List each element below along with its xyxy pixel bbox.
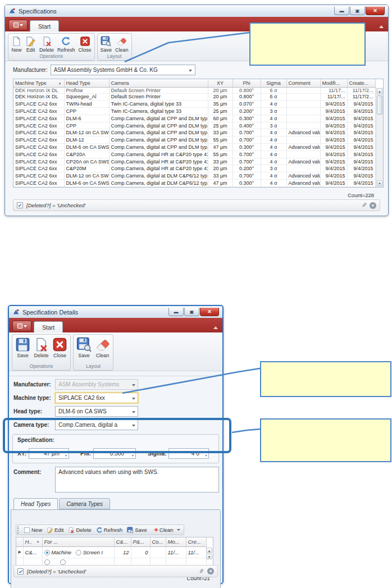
toolbar-overflow-icon[interactable] (176, 526, 181, 534)
column-header-comment[interactable]: Comment (286, 79, 320, 87)
radio-machine[interactable] (44, 550, 50, 555)
scroll-down-icon[interactable]: ▼ (206, 554, 212, 559)
close-grid-button[interactable]: Close (77, 35, 93, 53)
column-header-for[interactable]: For ... (42, 537, 114, 546)
table-row[interactable]: SIPLACE CA2 6xxC&P20AComp.Camera, digita… (13, 151, 375, 158)
table-row[interactable]: SIPLACE CA2 6xxDLM-12 on CA SWSComp.Came… (13, 129, 375, 136)
spinner-arrows-icon[interactable]: ▲▼ (131, 450, 134, 458)
clear-filter-icon[interactable]: × (370, 202, 376, 209)
column-header-machine-type[interactable]: Machine Type▲ (13, 79, 64, 87)
save-layout-button[interactable]: Save (99, 35, 114, 53)
mini-edit-button[interactable]: Edit (45, 527, 65, 534)
radio-screen[interactable] (76, 550, 81, 555)
table-row[interactable]: SIPLACE CA2 6xxDLM-6 on CA SWSComp.Camer… (13, 180, 375, 187)
column-header-created[interactable]: Create... (347, 79, 375, 87)
scroll-up-icon[interactable]: ▲ (206, 548, 212, 553)
table-row[interactable]: SIPLACE CA2 6xxTWIN-headTwin IC-Camera, … (13, 101, 375, 108)
column-header-co[interactable]: Co... (150, 537, 166, 546)
table-row[interactable]: DEK Horizon iX DLSqueegee_AlDefault Scre… (13, 93, 375, 101)
column-header-c[interactable]: C&... (114, 537, 131, 546)
edit-filter-icon[interactable]: ✎ (199, 568, 204, 575)
phi-stepper[interactable]: 0.300° ▲▼ (93, 448, 136, 459)
mini-save-button[interactable]: Save (125, 527, 149, 534)
tab-camera-types[interactable]: Camera Types (59, 498, 110, 509)
save-button[interactable]: Save (13, 336, 32, 359)
toolbar-grip[interactable] (17, 526, 19, 534)
new-button[interactable]: New (10, 35, 24, 53)
table-row[interactable]: SIPLACE CA2 6xxDLM-12 on CA SWSComp.Came… (13, 172, 375, 180)
edit-filter-icon[interactable]: ✎ (362, 202, 367, 209)
table-row[interactable]: SIPLACE CA2 6xxDLM-12Comp.Camera, digita… (13, 136, 375, 144)
spinner-arrows-icon[interactable]: ▲▼ (65, 450, 67, 458)
clean-layout-button[interactable]: Clean (93, 336, 112, 359)
xy-stepper[interactable]: 47 µm ▲▼ (29, 448, 69, 459)
column-header-modified[interactable]: Modifi... (320, 79, 347, 87)
mini-new-button[interactable]: New (22, 527, 44, 534)
spinner-arrows-icon[interactable]: ▲▼ (204, 450, 207, 458)
vertical-scrollbar[interactable]: ▲ ▼ (376, 88, 383, 187)
mini-delete-button[interactable]: Delete (66, 527, 93, 534)
table-row[interactable]: SIPLACE CA2 6xxDLM-6Comp.Camera, digital… (13, 115, 375, 122)
table-row[interactable]: SIPLACE CA2 6xxDLM-6 on CA SWSComp.Camer… (13, 144, 375, 151)
clean-layout-button[interactable]: Clean (113, 35, 130, 53)
filter-panel: ✔ [Deleted?] = 'Unchecked' ✎ × (13, 565, 218, 577)
cell: 0.300° (233, 115, 261, 122)
application-menu-button[interactable] (12, 321, 31, 331)
maximize-button[interactable]: ▣ (184, 308, 199, 316)
delete-button[interactable]: Delete (38, 35, 56, 53)
tab-start[interactable]: Start (34, 321, 63, 332)
machine-type-combo[interactable]: SIPLACE CA2 6xx (55, 393, 138, 403)
column-header-xy[interactable]: XY (208, 79, 233, 87)
column-header-sigma[interactable]: Sigma (261, 79, 286, 87)
camera-type-combo[interactable]: Comp.Camera, digital a (55, 420, 138, 430)
title-bar[interactable]: Specifications ▬ ▣ ✕ (5, 5, 388, 17)
close-button[interactable]: ✕ (366, 7, 385, 15)
column-header-h[interactable]: H..▲ (23, 537, 42, 546)
filter-checkbox[interactable]: ✔ (17, 202, 23, 208)
ribbon-collapse-icon[interactable] (213, 326, 218, 329)
table-row[interactable]: ▶ C&... Machine Screen I 12 0 11/... 11/… (16, 546, 206, 558)
close-button[interactable]: ✕ (200, 308, 219, 316)
title-bar[interactable]: Specification Details ▬ ▣ ✕ (9, 306, 222, 318)
mini-refresh-button[interactable]: Refresh (94, 527, 124, 534)
clear-filter-icon[interactable]: × (207, 568, 214, 575)
mini-clean-button[interactable]: Clean (150, 527, 175, 534)
manufacturer-combo[interactable]: ASM Assembly Systems GmbH & Co. KG (51, 65, 195, 75)
delete-button[interactable]: Delete (32, 336, 51, 359)
cell: Comp.Camera, digital at CPP and DLM typ.… (109, 144, 208, 151)
cell: Squeegee_Al (64, 93, 109, 101)
column-header-p[interactable]: P&... (131, 537, 150, 546)
mini-scrollbar[interactable]: ▲ ▼ (206, 548, 212, 560)
table-row[interactable]: SIPLACE CA2 6xxCP20A on CA SWSComp.Camer… (13, 158, 375, 165)
column-header-cre[interactable]: Cre... (186, 537, 206, 546)
cell: 60 µm (208, 186, 233, 188)
scroll-down-icon[interactable]: ▼ (377, 180, 382, 186)
column-header-head-type[interactable]: Head Type (64, 79, 109, 87)
table-row[interactable]: SIPLACE CA2 6xxDLM-6Comp.Camera, digital… (13, 186, 375, 188)
scroll-up-icon[interactable]: ▲ (377, 88, 382, 94)
filter-checkbox[interactable]: ✔ (17, 568, 24, 575)
close-details-button[interactable]: Close (51, 336, 69, 359)
scrollbar-thumb[interactable] (377, 95, 382, 115)
tab-start[interactable]: Start (30, 20, 59, 31)
table-row[interactable]: SIPLACE CA2 6xxCPPComp.Camera, digital a… (13, 122, 375, 129)
save-layout-button[interactable]: Save (75, 336, 93, 359)
comment-textarea[interactable]: Advanced values when using with SWS. (55, 467, 219, 493)
maximize-button[interactable]: ▣ (350, 7, 365, 15)
edit-button[interactable]: Edit (24, 35, 38, 53)
head-type-combo[interactable]: DLM-6 on CA SWS (55, 406, 138, 417)
minimize-button[interactable]: ▬ (334, 7, 349, 15)
tab-head-types[interactable]: Head Types (13, 498, 58, 509)
sigma-stepper[interactable]: 4 σ ▲▼ (168, 448, 209, 459)
column-header-mo[interactable]: Mo... (166, 537, 186, 546)
refresh-button[interactable]: Refresh (56, 35, 77, 53)
table-row[interactable]: DEK Horizon iX DLProflowDefault Screen P… (13, 87, 375, 93)
application-menu-button[interactable] (8, 20, 28, 30)
table-row[interactable]: SIPLACE CA2 6xxCPPTwin IC-Camera, digita… (13, 108, 375, 115)
minimize-button[interactable]: ▬ (168, 308, 184, 316)
ribbon-collapse-icon[interactable] (379, 25, 384, 28)
column-header-camera[interactable]: Camera (109, 79, 208, 87)
cell: 9/4/2015 (320, 136, 347, 144)
table-row[interactable]: SIPLACE CA2 6xxC&P20MComp.Camera, digita… (13, 165, 375, 172)
column-header-phi[interactable]: Phi (233, 79, 261, 87)
